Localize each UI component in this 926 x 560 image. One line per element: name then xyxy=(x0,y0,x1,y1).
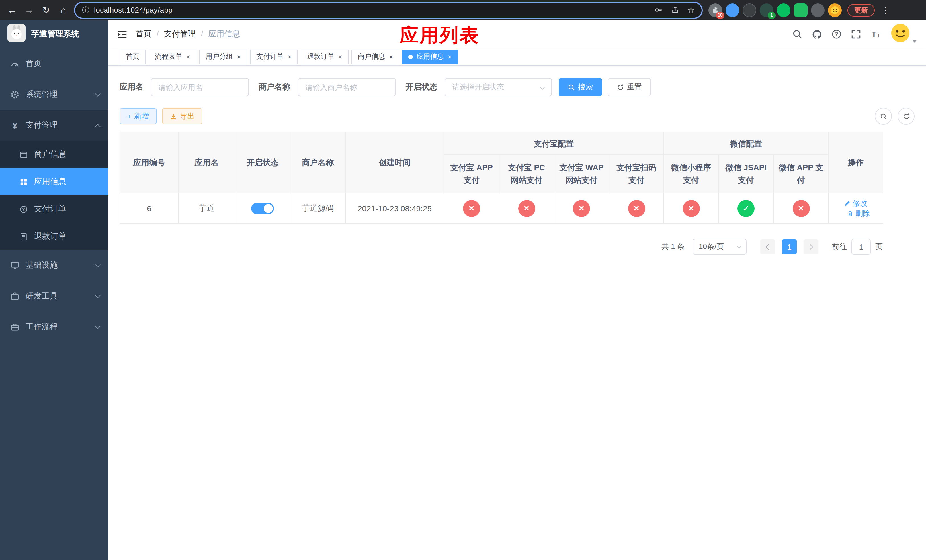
reset-button[interactable]: 重置 xyxy=(608,78,651,96)
status-cross-icon xyxy=(463,200,480,217)
cell-alipay-qr xyxy=(609,193,664,224)
col-alipay-pc: 支付宝 PC 网站支付 xyxy=(499,155,554,193)
extension-icon[interactable] xyxy=(777,3,790,17)
close-icon[interactable]: × xyxy=(186,53,190,60)
app-name-input[interactable] xyxy=(151,78,249,96)
browser-forward-button[interactable]: → xyxy=(21,2,38,18)
user-menu[interactable] xyxy=(891,23,917,45)
show-search-button[interactable] xyxy=(875,107,892,125)
refresh-button[interactable] xyxy=(897,107,915,125)
browser-back-button[interactable]: ← xyxy=(3,2,21,18)
cell-app-id: 6 xyxy=(120,193,179,224)
search-icon[interactable] xyxy=(792,29,802,39)
table-toolbar: + 新增 导出 xyxy=(120,107,915,125)
browser-reload-button[interactable]: ↻ xyxy=(38,2,54,18)
sidebar-item-pay-orders[interactable]: ¥ 支付订单 xyxy=(0,195,108,223)
goto-page-input[interactable] xyxy=(851,239,871,255)
app-logo-row[interactable]: 芋道管理系统 xyxy=(0,20,108,48)
extension-icon[interactable] xyxy=(811,3,825,17)
help-icon[interactable]: ? xyxy=(831,29,842,39)
extension-icon[interactable] xyxy=(828,3,842,17)
browser-menu-icon[interactable]: ⋮ xyxy=(879,5,892,15)
status-cross-icon xyxy=(793,200,809,217)
github-icon[interactable] xyxy=(811,29,822,39)
tab-merchant-info[interactable]: 商户信息× xyxy=(351,49,399,64)
cell-app-name: 芋道 xyxy=(179,193,235,224)
pay-order-icon: ¥ xyxy=(17,205,30,213)
breadcrumb-payment[interactable]: 支付管理 xyxy=(164,29,209,39)
cell-merchant: 芋道源码 xyxy=(290,193,345,224)
merchant-name-input[interactable] xyxy=(298,78,396,96)
gear-icon xyxy=(9,90,21,99)
tab-label: 用户分组 xyxy=(206,52,233,62)
tab-pay-orders[interactable]: 支付订单× xyxy=(250,49,298,64)
sidebar-fold-icon[interactable] xyxy=(117,29,127,39)
breadcrumb: 首页 支付管理 应用信息 xyxy=(136,29,240,39)
tab-process-form[interactable]: 流程表单× xyxy=(149,49,197,64)
breadcrumb-home[interactable]: 首页 xyxy=(136,29,164,39)
browser-toolbar: ← → ↻ ⌂ ⓘ localhost:1024/pay/app ☆ 10 xyxy=(0,0,926,20)
fullscreen-icon[interactable] xyxy=(851,29,861,39)
add-button[interactable]: + 新增 xyxy=(120,108,156,124)
sidebar-item-infrastructure[interactable]: 基础设施 xyxy=(0,250,108,281)
sidebar-item-merchant-info[interactable]: 商户信息 xyxy=(0,141,108,168)
sidebar-item-workflow[interactable]: 工作流程 xyxy=(0,312,108,342)
close-icon[interactable]: × xyxy=(338,53,342,60)
col-wx-jsapi: 微信 JSAPI 支付 xyxy=(719,155,774,193)
select-placeholder: 请选择开启状态 xyxy=(452,82,504,92)
sidebar-item-label: 支付订单 xyxy=(34,204,66,214)
export-button[interactable]: 导出 xyxy=(162,108,202,124)
col-wx-lite: 微信小程序支付 xyxy=(664,155,719,193)
extension-icon[interactable]: 1 xyxy=(760,3,773,17)
share-icon[interactable] xyxy=(670,6,679,14)
chevron-down-icon xyxy=(95,91,100,97)
tab-label: 支付订单 xyxy=(256,52,284,62)
prev-page-button[interactable] xyxy=(760,239,775,254)
browser-home-button[interactable]: ⌂ xyxy=(54,2,72,18)
tab-label: 应用信息 xyxy=(416,52,443,62)
sidebar-item-app-info[interactable]: 应用信息 xyxy=(0,168,108,195)
tab-user-group[interactable]: 用户分组× xyxy=(199,49,247,64)
password-key-icon[interactable] xyxy=(654,6,663,14)
page-size-select[interactable]: 10条/页 xyxy=(693,239,747,255)
close-icon[interactable]: × xyxy=(287,53,292,60)
extension-puzzle-icon[interactable]: 10 xyxy=(708,3,722,17)
sidebar-item-home[interactable]: 首页 xyxy=(0,48,108,79)
extension-icon[interactable] xyxy=(743,3,756,17)
close-icon[interactable]: × xyxy=(237,53,241,60)
sidebar-item-refund-orders[interactable]: 退款订单 xyxy=(0,223,108,250)
delete-link[interactable]: 删除 xyxy=(847,208,870,218)
sidebar-item-label: 应用信息 xyxy=(34,177,66,187)
close-icon[interactable]: × xyxy=(448,53,452,60)
sidebar-item-dev-tools[interactable]: 研发工具 xyxy=(0,281,108,312)
sidebar-item-payment[interactable]: ¥ 支付管理 xyxy=(0,110,108,141)
tab-refund-orders[interactable]: 退款订单× xyxy=(301,49,348,64)
browser-update-button[interactable]: 更新 xyxy=(847,4,875,16)
main-area: 首页 支付管理 应用信息 应用列表 ? TT xyxy=(108,20,926,560)
font-size-icon[interactable]: TT xyxy=(870,29,882,39)
col-alipay-app: 支付宝 APP 支付 xyxy=(444,155,499,193)
add-button-label: 新增 xyxy=(134,111,149,121)
trash-icon xyxy=(847,210,854,217)
address-bar[interactable]: ⓘ localhost:1024/pay/app ☆ xyxy=(75,3,702,17)
col-alipay-wap: 支付宝 WAP 网站支付 xyxy=(554,155,609,193)
sidebar-item-label: 研发工具 xyxy=(26,291,57,301)
svg-text:T: T xyxy=(877,33,880,38)
status-toggle[interactable] xyxy=(251,203,274,214)
col-app-id: 应用编号 xyxy=(120,132,179,193)
status-select[interactable]: 请选择开启状态 xyxy=(445,78,552,96)
extension-icon[interactable] xyxy=(726,3,739,17)
bookmark-star-icon[interactable]: ☆ xyxy=(687,5,695,15)
edit-link[interactable]: 修改 xyxy=(844,198,867,208)
page-size-value: 10条/页 xyxy=(699,242,724,252)
status-check-icon xyxy=(737,200,755,217)
page-number-button[interactable]: 1 xyxy=(782,239,797,254)
next-page-button[interactable] xyxy=(803,239,819,254)
search-button[interactable]: 搜索 xyxy=(559,78,602,96)
tab-app-info[interactable]: 应用信息× xyxy=(402,49,458,64)
close-icon[interactable]: × xyxy=(389,53,393,60)
site-info-icon[interactable]: ⓘ xyxy=(82,5,89,15)
sidebar-item-system[interactable]: 系统管理 xyxy=(0,79,108,110)
extension-icon[interactable] xyxy=(794,3,808,17)
tab-home[interactable]: 首页 xyxy=(120,49,146,64)
